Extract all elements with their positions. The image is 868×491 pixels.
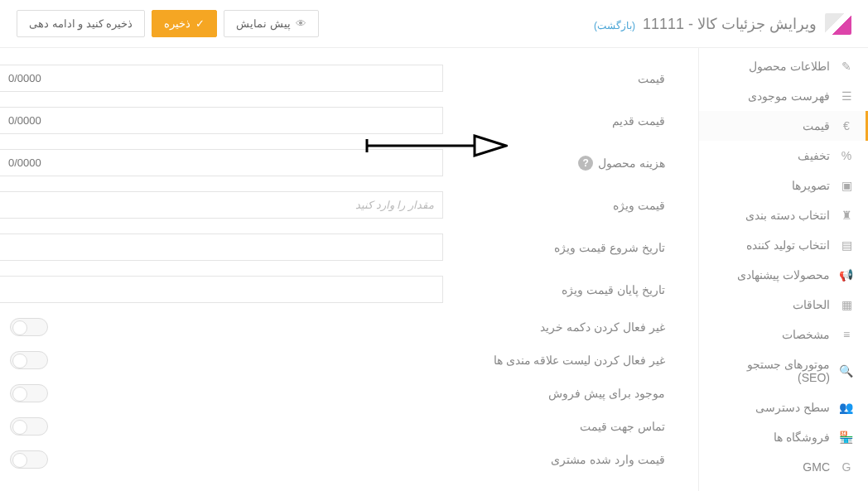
sidebar: ✎اطلاعات محصول☰فهرست موجودی€قیمت%تخفیف▣ت… bbox=[698, 48, 868, 491]
preview-button[interactable]: پیش نمایش bbox=[224, 10, 319, 37]
preorder-label: موجود برای پیش فروش bbox=[450, 387, 698, 400]
sidebar-item-label: انتخاب دسته بندی bbox=[745, 209, 830, 222]
header-title: ویرایش جزئیات کالا - 11111 (بازگشت) bbox=[594, 13, 851, 35]
old-price-label: قیمت قدیم bbox=[450, 114, 698, 128]
main-form: قیمت قیمت قدیم هزینه محصول ? قیمت ویژه ت… bbox=[0, 48, 698, 491]
call-price-toggle[interactable]: off bbox=[10, 417, 48, 436]
save-continue-button[interactable]: ذخیره کنید و ادامه دهی bbox=[17, 10, 145, 37]
sidebar-item-inventory[interactable]: ☰فهرست موجودی bbox=[699, 81, 868, 111]
svg-marker-2 bbox=[475, 136, 506, 156]
customer-price-toggle[interactable]: off bbox=[10, 450, 48, 469]
eye-icon bbox=[296, 17, 306, 30]
call-price-label: تماس جهت قیمت bbox=[450, 420, 698, 433]
sidebar-item-label: انتخاب تولید کننده bbox=[746, 238, 830, 252]
seo-icon: 🔍 bbox=[840, 364, 853, 378]
price-label: قیمت bbox=[450, 72, 698, 85]
product-info-icon: ✎ bbox=[840, 60, 853, 73]
disable-wishlist-label: غیر فعال کردن لیست علاقه مندی ها bbox=[450, 354, 698, 367]
sidebar-item-category[interactable]: ♜انتخاب دسته بندی bbox=[699, 200, 868, 230]
sidebar-item-label: اطلاعات محصول bbox=[749, 60, 830, 73]
sidebar-item-related[interactable]: 📢محصولات پیشنهادی bbox=[699, 260, 868, 290]
sidebar-item-label: محصولات پیشنهادی bbox=[737, 268, 830, 282]
inventory-icon: ☰ bbox=[840, 89, 853, 103]
special-end-input[interactable] bbox=[0, 276, 443, 303]
sidebar-item-gmc[interactable]: GGMC bbox=[699, 452, 868, 482]
access-icon: 👥 bbox=[840, 401, 853, 414]
save-button[interactable]: ذخیره bbox=[152, 10, 217, 37]
attachments-icon: ▦ bbox=[840, 298, 853, 311]
title-prefix: ویرایش جزئیات کالا - bbox=[688, 16, 817, 32]
sidebar-item-access[interactable]: 👥سطح دسترسی bbox=[699, 392, 868, 422]
header-actions: پیش نمایش ذخیره ذخیره کنید و ادامه دهی bbox=[17, 10, 319, 37]
specs-icon: ≡ bbox=[840, 328, 853, 341]
title-id: 11111 bbox=[643, 16, 684, 32]
sidebar-item-discount[interactable]: %تخفیف bbox=[699, 141, 868, 171]
related-icon: 📢 bbox=[840, 268, 853, 282]
special-price-input[interactable] bbox=[0, 191, 443, 219]
manufacturer-icon: ▤ bbox=[840, 238, 853, 252]
special-price-label: قیمت ویژه bbox=[450, 199, 698, 212]
sidebar-item-label: سطح دسترسی bbox=[755, 401, 830, 414]
sidebar-item-stores[interactable]: 🏪فروشگاه ها bbox=[699, 422, 868, 452]
stores-icon: 🏪 bbox=[840, 431, 853, 444]
back-link[interactable]: (بازگشت) bbox=[594, 20, 635, 31]
special-start-input[interactable] bbox=[0, 233, 443, 261]
sidebar-item-label: فروشگاه ها bbox=[774, 431, 830, 444]
customer-price-label: قیمت وارد شده مشتری bbox=[450, 453, 698, 466]
sidebar-item-label: مشخصات bbox=[782, 328, 830, 341]
check-icon bbox=[195, 17, 205, 30]
price-icon: € bbox=[840, 119, 853, 132]
sidebar-item-label: تخفیف bbox=[798, 149, 830, 162]
sidebar-item-product-info[interactable]: ✎اطلاعات محصول bbox=[699, 51, 868, 81]
sidebar-item-label: قیمت bbox=[803, 119, 830, 132]
preorder-toggle[interactable]: off bbox=[10, 384, 48, 402]
sidebar-item-price[interactable]: €قیمت bbox=[699, 111, 868, 141]
page-header: ویرایش جزئیات کالا - 11111 (بازگشت) پیش … bbox=[0, 0, 868, 48]
disable-buy-toggle[interactable]: off bbox=[10, 318, 48, 336]
sidebar-item-manufacturer[interactable]: ▤انتخاب تولید کننده bbox=[699, 230, 868, 260]
sidebar-item-label: فهرست موجودی bbox=[748, 89, 830, 103]
sidebar-item-label: موتورهای جستجو (SEO) bbox=[714, 358, 830, 384]
sidebar-item-images[interactable]: ▣تصویرها bbox=[699, 171, 868, 200]
sidebar-item-label: GMC bbox=[803, 460, 830, 474]
sidebar-item-seo[interactable]: 🔍موتورهای جستجو (SEO) bbox=[699, 349, 868, 392]
help-icon[interactable]: ? bbox=[578, 156, 593, 171]
gmc-icon: G bbox=[840, 460, 853, 474]
arrow-annotation bbox=[359, 129, 508, 162]
price-input[interactable] bbox=[0, 65, 443, 92]
sidebar-item-attachments[interactable]: ▦الحاقات bbox=[699, 290, 868, 320]
category-icon: ♜ bbox=[840, 209, 853, 222]
disable-wishlist-toggle[interactable]: off bbox=[10, 351, 48, 369]
special-start-label: تاریخ شروع قیمت ویژه bbox=[450, 241, 698, 254]
special-end-label: تاریخ پایان قیمت ویژه bbox=[450, 283, 698, 296]
discount-icon: % bbox=[840, 149, 853, 162]
sidebar-item-label: الحاقات bbox=[793, 298, 830, 311]
product-icon bbox=[825, 13, 851, 35]
sidebar-item-specs[interactable]: ≡مشخصات bbox=[699, 320, 868, 349]
disable-buy-label: غیر فعال کردن دکمه خرید bbox=[450, 320, 698, 334]
sidebar-item-label: تصویرها bbox=[792, 179, 830, 192]
images-icon: ▣ bbox=[840, 179, 853, 192]
